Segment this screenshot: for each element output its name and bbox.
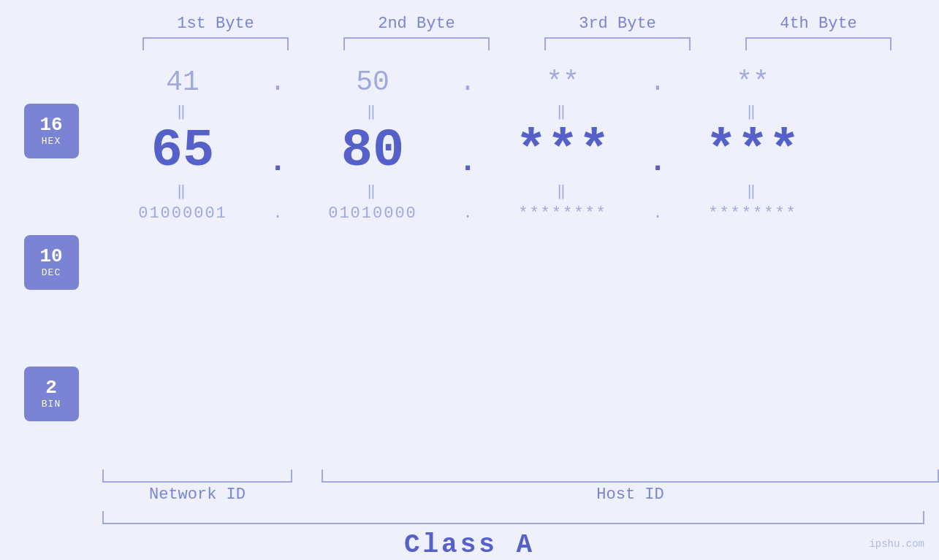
eq-2-2: ‖ (292, 180, 453, 202)
eq-row-2: ‖ ‖ ‖ ‖ (102, 180, 939, 202)
hex-row: 41 . 50 . ** . ** (102, 58, 939, 101)
dec-val-1: 65 (102, 122, 263, 180)
dec-sep-2: . (453, 123, 482, 180)
dec-val-2: 80 (292, 122, 453, 180)
main-container: 1st Byte 2nd Byte 3rd Byte 4th Byte 16 H… (0, 0, 939, 560)
eq-row-1: ‖ ‖ ‖ ‖ (102, 101, 939, 122)
bin-badge-label: BIN (42, 399, 61, 410)
dec-badge-number: 10 (39, 246, 62, 267)
bbb-spacer (0, 511, 102, 524)
bracket-gap (292, 469, 322, 483)
eq-sep-6 (643, 190, 672, 193)
badges-column: 16 HEX 10 DEC 2 BIN (0, 58, 102, 467)
dec-row: 65 . 80 . *** . *** (102, 122, 939, 180)
id-labels-spacer (0, 486, 102, 504)
eq-sep-1 (263, 110, 292, 113)
byte-label-4: 4th Byte (738, 15, 899, 33)
eq-2-1: ‖ (102, 180, 263, 202)
id-gap (292, 486, 322, 504)
content-area: 16 HEX 10 DEC 2 BIN 41 . 50 . ** . ** (0, 58, 939, 467)
host-id-bracket (322, 469, 939, 483)
bin-badge: 2 BIN (24, 367, 79, 421)
big-bottom-bracket (102, 511, 924, 524)
host-id-label: Host ID (322, 486, 939, 504)
dec-val-4: *** (672, 122, 833, 180)
hex-val-3: ** (482, 58, 643, 101)
dec-badge: 10 DEC (24, 235, 79, 290)
bin-sep-1: . (263, 202, 292, 227)
hex-val-2: 50 (292, 58, 453, 101)
eq-2-3: ‖ (482, 180, 643, 202)
id-labels: Network ID Host ID (102, 486, 939, 504)
bin-sep-2: . (453, 202, 482, 227)
eq-2-4: ‖ (672, 180, 833, 202)
watermark: ipshu.com (869, 538, 924, 550)
id-labels-row: Network ID Host ID (0, 486, 939, 504)
top-bracket-2 (343, 37, 490, 50)
bin-sep-3: . (643, 202, 672, 227)
bin-val-1: 01000001 (102, 202, 263, 227)
hex-sep-3: . (643, 58, 672, 101)
bottom-brackets (102, 469, 939, 483)
hex-badge-number: 16 (39, 115, 62, 136)
bin-badge-number: 2 (45, 377, 57, 399)
bin-val-2: 01010000 (292, 202, 453, 227)
values-area: 41 . 50 . ** . ** ‖ ‖ ‖ ‖ 65 . (102, 58, 939, 467)
network-id-label: Network ID (102, 486, 292, 504)
hex-sep-2: . (453, 58, 482, 101)
hex-sep-1: . (263, 58, 292, 101)
hex-val-4: ** (672, 58, 833, 101)
eq-sep-2 (453, 110, 482, 113)
dec-val-3: *** (482, 122, 643, 180)
dec-badge-label: DEC (42, 267, 61, 278)
bin-val-3: ******** (482, 202, 643, 227)
byte-label-2: 2nd Byte (336, 15, 497, 33)
eq-sep-5 (453, 190, 482, 193)
eq-sep-3 (643, 110, 672, 113)
top-bracket-4 (745, 37, 892, 50)
class-row: Class A (0, 530, 939, 560)
bottom-brackets-area (0, 469, 939, 483)
big-bottom-bracket-row (0, 511, 939, 524)
dec-sep-3: . (643, 123, 672, 180)
eq-1-3: ‖ (482, 101, 643, 122)
hex-val-1: 41 (102, 58, 263, 101)
top-bracket-3 (544, 37, 691, 50)
dec-sep-1: . (263, 123, 292, 180)
byte-label-1: 1st Byte (135, 15, 296, 33)
byte-label-3: 3rd Byte (537, 15, 698, 33)
network-id-bracket (102, 469, 292, 483)
eq-sep-4 (263, 190, 292, 193)
eq-1-4: ‖ (672, 101, 833, 122)
top-brackets-row (115, 37, 919, 50)
bin-row: 01000001 . 01010000 . ******** . *******… (102, 202, 939, 227)
eq-1-2: ‖ (292, 101, 453, 122)
bin-val-4: ******** (672, 202, 833, 227)
top-bracket-1 (142, 37, 289, 50)
byte-headers: 1st Byte 2nd Byte 3rd Byte 4th Byte (115, 15, 919, 33)
hex-badge-label: HEX (42, 136, 61, 147)
eq-1-1: ‖ (102, 101, 263, 122)
class-label: Class A (404, 530, 535, 560)
hex-badge: 16 HEX (24, 104, 79, 158)
